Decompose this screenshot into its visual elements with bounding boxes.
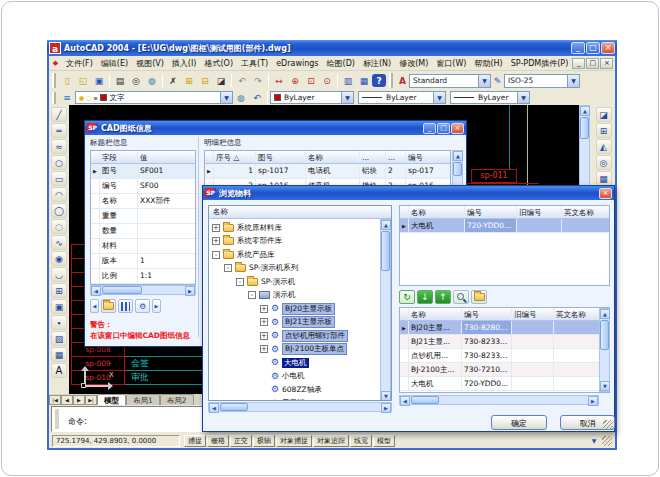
tree-item-product-lib[interactable]: - 系统产品库 [209, 248, 391, 262]
column-header[interactable]: 字段 [100, 151, 138, 163]
circle-icon[interactable]: ◯ [51, 203, 67, 218]
tree-expander[interactable]: + [212, 224, 220, 232]
help-icon[interactable]: ? [372, 74, 386, 87]
text-style-combo[interactable]: Standard ▼ [409, 74, 491, 88]
app-menu-icon[interactable]: ◆ [49, 56, 62, 71]
column-header[interactable]: 名称 [409, 308, 462, 320]
open-record-icon[interactable] [101, 299, 116, 313]
table-row[interactable]: 版本 1 [91, 254, 195, 269]
undo-icon[interactable]: ↶ [234, 73, 250, 88]
selected-material-table[interactable]: 名称 编号 旧编号 英文名称 ▶ 大电机 720-YDD0... [399, 205, 610, 286]
status-menu-arrow-icon[interactable]: ▼ [588, 435, 600, 447]
menu-dimension[interactable]: 标注(N) [359, 58, 395, 69]
menu-insert[interactable]: 插入(I) [168, 58, 201, 69]
table-row[interactable]: ▶ 1 sp-1017 电话机 铝块 2 sp-017 [205, 164, 450, 179]
layers-manager-icon[interactable]: ≡ [59, 91, 75, 104]
plot-preview-icon[interactable]: ◎ [128, 73, 144, 88]
array-icon[interactable]: ▦ [596, 171, 612, 186]
tree-item-608zz-bearing[interactable]: ⚙ 608ZZ轴承 [209, 383, 391, 397]
minimize-button[interactable]: _ [571, 42, 585, 54]
maximize-button[interactable]: □ [586, 42, 600, 54]
detail-table[interactable]: 序号 △ 图号 名称 ... ... 编号 ▶ 1 sp-1017 电话机 铝块… [204, 150, 451, 186]
tree-expander[interactable]: - [236, 278, 244, 286]
column-header[interactable]: 英文名称 [554, 308, 599, 320]
export-icon[interactable] [471, 290, 487, 304]
tree-item-small-motor[interactable]: ⚙ 小电机 [209, 370, 391, 384]
nav-left-icon[interactable]: ◀ [90, 299, 99, 313]
tree-item-big-motor[interactable]: ⚙ 大电机 [209, 356, 391, 370]
copy-object-icon[interactable]: ⊞ [596, 123, 612, 138]
dim-style-combo[interactable]: ISO-25 ▼ [504, 74, 580, 88]
toggle-model[interactable]: 模型 [373, 435, 395, 447]
zoom-window-icon[interactable]: ⊡ [303, 73, 319, 88]
column-header[interactable]: 编号 [465, 206, 517, 218]
tree-item-sp-demo-series[interactable]: - SP-演示机系列 [209, 262, 391, 276]
layer-lock-icon[interactable]: ▪ [94, 94, 98, 101]
refresh-icon[interactable]: ↻ [399, 290, 415, 304]
maximize-button[interactable]: □ [437, 123, 450, 134]
tree-expander[interactable]: + [260, 318, 268, 326]
menu-view[interactable]: 视图(V) [132, 58, 168, 69]
title-bar[interactable]: a AutoCAD 2004 - [E:\UG\dwg\图框\测试用图(部件).… [47, 40, 617, 56]
arc-icon[interactable]: ◠ [51, 187, 67, 202]
menu-edrawings[interactable]: eDrawings [272, 59, 322, 68]
tree-item-screw-part[interactable]: + ⚙ 点钞机用螺钉部件 [209, 329, 391, 343]
result-table-vscrollbar[interactable]: ▲ ▼ [599, 308, 610, 392]
mirror-icon[interactable]: ◭ [596, 139, 612, 154]
rectangle-icon[interactable]: ▭ [51, 171, 67, 186]
close-icon[interactable]: × [599, 188, 612, 199]
toggle-otrack[interactable]: 对象追踪 [313, 435, 349, 447]
tree-item-parts-lib[interactable]: + 系统零部件库 [209, 235, 391, 249]
dialog-resize-grip[interactable] [603, 420, 613, 430]
chevron-down-icon[interactable]: ▼ [567, 75, 579, 87]
tree-expander[interactable]: - [212, 251, 220, 259]
construction-line-icon[interactable]: ═ [51, 123, 67, 138]
polygon-icon[interactable]: ○ [51, 155, 67, 170]
tree-expander[interactable]: + [260, 345, 268, 353]
column-header[interactable]: 名称 [306, 151, 360, 163]
menu-format[interactable]: 格式(O) [200, 58, 237, 69]
doc-close-button[interactable]: × [600, 58, 613, 69]
menu-window[interactable]: 窗口(W) [432, 58, 470, 69]
zoom-previous-icon[interactable]: ⊙ [319, 73, 335, 88]
tree-item-bj21-board[interactable]: + ⚙ BJ21主显示板 [209, 316, 391, 330]
tree-item-bj20-board[interactable]: + ⚙ BJ20主显示板 [209, 302, 391, 316]
detail-table-vscrollbar[interactable]: ▲ [452, 150, 463, 186]
toolbar-grip[interactable] [52, 92, 56, 104]
tree-hscrollbar[interactable]: ◀ ▶ [208, 402, 392, 412]
table-row[interactable]: BJ21主显... 730-8233... [400, 335, 609, 349]
tree-vscrollbar[interactable]: ▲ ▼ [380, 219, 391, 401]
columns-icon[interactable] [118, 299, 133, 313]
revision-cloud-icon[interactable]: ◌ [51, 219, 67, 234]
column-header[interactable]: 值 [138, 151, 194, 163]
table-row[interactable]: 数量 [91, 224, 195, 239]
toggle-grid[interactable]: 栅格 [207, 435, 229, 447]
move-up-icon[interactable]: ↑ [435, 290, 451, 304]
table-row[interactable]: BJ-2100主... 730-7210... [400, 363, 609, 377]
ok-button[interactable]: 确定 [491, 415, 547, 430]
region-icon[interactable]: ▦ [51, 347, 67, 362]
material-tree[interactable]: 名称 + 系统原材料库 + 系统零部件库 - 系统产品库 [208, 205, 392, 401]
tab-model[interactable]: 模型 [97, 394, 126, 405]
menu-edit[interactable]: 编辑(E) [97, 58, 132, 69]
table-row[interactable]: 点钞机用... 730-8233... [400, 349, 609, 363]
minimize-button[interactable]: _ [423, 123, 436, 134]
layer-on-icon[interactable]: ● [79, 94, 84, 101]
pan-icon[interactable]: ↔ [271, 73, 287, 88]
new-icon[interactable]: ▯ [59, 73, 75, 88]
field-table-hscrollbar[interactable]: ◀ ▶ [90, 285, 196, 295]
ellipse-icon[interactable]: ◉ [51, 251, 67, 266]
column-header[interactable]: 旧编号 [517, 206, 562, 218]
menu-tools[interactable]: 工具(T) [237, 58, 272, 69]
menu-file[interactable]: 文件(F) [62, 58, 97, 69]
close-button[interactable]: × [601, 42, 615, 54]
tree-item-demo-machine[interactable]: - 演示机 [209, 289, 391, 303]
table-row[interactable]: ▶ 图号 SF001 [91, 164, 195, 179]
toggle-ortho[interactable]: 正交 [230, 435, 252, 447]
column-header[interactable]: 序号 △ [214, 151, 256, 163]
search-icon[interactable] [453, 290, 469, 304]
move-down-icon[interactable]: ↓ [417, 290, 433, 304]
chevron-down-icon[interactable]: ▼ [220, 92, 232, 103]
column-header[interactable]: 旧编号 [512, 308, 554, 320]
color-combo[interactable]: ByLayer ▼ [270, 91, 354, 104]
